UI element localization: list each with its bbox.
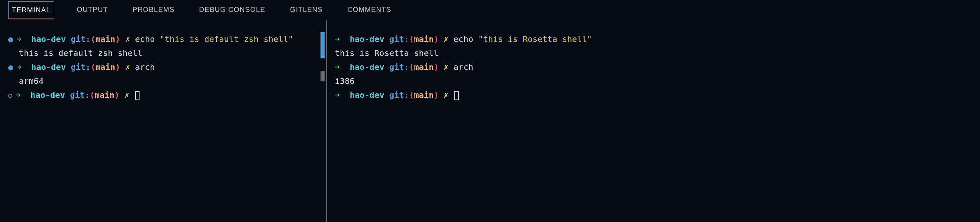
command-string: "this is default zsh shell" bbox=[160, 34, 293, 44]
prompt-paren-close: ) bbox=[114, 90, 119, 100]
prompt-dirty-icon: ✗ bbox=[124, 90, 129, 100]
terminal-container: ➜ hao-dev git:(main) ✗ echo "this is def… bbox=[0, 20, 980, 222]
prompt-paren-open: ( bbox=[91, 34, 96, 44]
command-text: arch bbox=[135, 62, 155, 72]
terminal-line: ➜ hao-dev git:(main) ✗ bbox=[331, 88, 976, 102]
prompt-paren-close: ) bbox=[434, 34, 439, 44]
terminal-line: ➜ hao-dev git:(main) ✗ arch bbox=[331, 60, 976, 74]
prompt-dir: hao-dev bbox=[350, 34, 384, 44]
prompt-branch: main bbox=[414, 34, 434, 44]
command-text: echo bbox=[453, 34, 478, 44]
cursor-icon bbox=[135, 91, 140, 100]
prompt-paren-close: ) bbox=[434, 90, 439, 100]
prompt-arrow-icon: ➜ bbox=[335, 34, 340, 44]
status-dot-icon bbox=[8, 37, 13, 42]
prompt-git-label: git: bbox=[71, 62, 90, 72]
prompt-branch: main bbox=[96, 62, 115, 72]
tab-comments[interactable]: COMMENTS bbox=[345, 0, 393, 19]
terminal-line: ➜ hao-dev git:(main) ✗ arch bbox=[4, 60, 322, 74]
terminal-line: ➜ hao-dev git:(main) ✗ bbox=[4, 88, 322, 102]
status-dot-icon bbox=[8, 65, 13, 70]
prompt-dir: hao-dev bbox=[350, 62, 384, 72]
terminal-pane-left[interactable]: ➜ hao-dev git:(main) ✗ echo "this is def… bbox=[0, 20, 326, 222]
prompt-arrow-icon: ➜ bbox=[335, 90, 340, 100]
prompt-dir: hao-dev bbox=[31, 62, 66, 72]
prompt-paren-open: ( bbox=[409, 34, 414, 44]
prompt-branch: main bbox=[95, 90, 114, 100]
prompt-paren-open: ( bbox=[409, 90, 414, 100]
tab-gitlens[interactable]: GITLENS bbox=[288, 0, 325, 19]
tab-output[interactable]: OUTPUT bbox=[75, 0, 110, 19]
terminal-line: ➜ hao-dev git:(main) ✗ echo "this is def… bbox=[4, 32, 322, 46]
terminal-output: i386 bbox=[331, 74, 976, 88]
prompt-arrow-icon: ➜ bbox=[335, 62, 340, 72]
prompt-branch: main bbox=[414, 62, 434, 72]
prompt-arrow-icon: ➜ bbox=[16, 90, 21, 100]
prompt-dirty-icon: ✗ bbox=[125, 34, 130, 44]
prompt-dir: hao-dev bbox=[30, 90, 65, 100]
terminal-pane-right[interactable]: ➜ hao-dev git:(main) ✗ echo "this is Ros… bbox=[327, 20, 980, 222]
prompt-branch: main bbox=[414, 90, 434, 100]
prompt-paren-open: ( bbox=[409, 62, 414, 72]
command-text: arch bbox=[453, 62, 473, 72]
terminal-output: this is default zsh shell bbox=[4, 46, 322, 60]
prompt-paren-close: ) bbox=[115, 62, 120, 72]
prompt-dirty-icon: ✗ bbox=[125, 62, 130, 72]
prompt-git-label: git: bbox=[389, 90, 409, 100]
status-dot-hollow-icon bbox=[8, 94, 12, 98]
prompt-git-label: git: bbox=[389, 34, 409, 44]
prompt-paren-open: ( bbox=[91, 62, 96, 72]
command-text: echo bbox=[135, 34, 160, 44]
prompt-arrow-icon: ➜ bbox=[16, 62, 21, 72]
scrollbar-active[interactable] bbox=[321, 32, 325, 58]
tab-problems[interactable]: PROBLEMS bbox=[131, 0, 176, 19]
terminal-line: ➜ hao-dev git:(main) ✗ echo "this is Ros… bbox=[331, 32, 976, 46]
prompt-branch: main bbox=[96, 34, 115, 44]
cursor-icon bbox=[454, 91, 459, 100]
prompt-dirty-icon: ✗ bbox=[444, 34, 449, 44]
prompt-arrow-icon: ➜ bbox=[16, 34, 21, 44]
prompt-git-label: git: bbox=[70, 90, 89, 100]
prompt-paren-close: ) bbox=[434, 62, 439, 72]
prompt-dir: hao-dev bbox=[31, 34, 66, 44]
command-string: "this is Rosetta shell" bbox=[478, 34, 592, 44]
prompt-paren-close: ) bbox=[115, 34, 120, 44]
prompt-paren-open: ( bbox=[90, 90, 95, 100]
tab-terminal[interactable]: TERMINAL bbox=[8, 1, 54, 19]
prompt-dirty-icon: ✗ bbox=[444, 90, 449, 100]
terminal-output: arm64 bbox=[4, 74, 322, 88]
panel-tabs: TERMINAL OUTPUT PROBLEMS DEBUG CONSOLE G… bbox=[0, 0, 980, 20]
prompt-git-label: git: bbox=[389, 62, 409, 72]
prompt-git-label: git: bbox=[71, 34, 90, 44]
scrollbar-track[interactable] bbox=[321, 71, 325, 81]
prompt-dirty-icon: ✗ bbox=[444, 62, 449, 72]
terminal-output: this is Rosetta shell bbox=[331, 46, 976, 60]
prompt-dir: hao-dev bbox=[350, 90, 384, 100]
tab-debug-console[interactable]: DEBUG CONSOLE bbox=[197, 0, 267, 19]
